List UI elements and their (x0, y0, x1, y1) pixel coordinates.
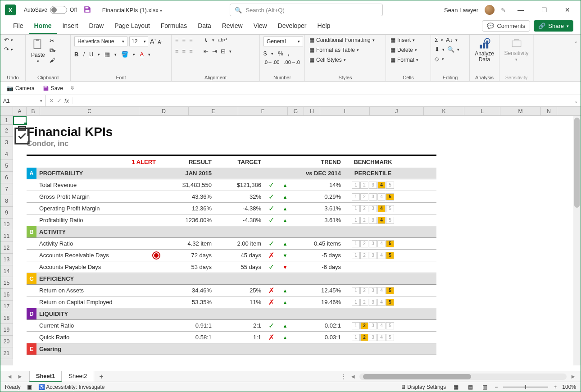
minimize-button[interactable]: — (512, 4, 529, 16)
page-break-view-icon[interactable]: ▥ (480, 383, 489, 391)
format-cells-button[interactable]: ▦ Format▾ (390, 56, 427, 64)
column-header-L[interactable]: L (464, 107, 500, 115)
format-painter-icon[interactable]: 🖌 (50, 57, 56, 64)
share-button[interactable]: 🔗 Share ▾ (534, 20, 573, 32)
wrap-text-icon[interactable]: ab↵ (218, 37, 227, 43)
font-size-select[interactable]: 12▾ (129, 36, 148, 46)
paste-button[interactable]: Paste▾ (29, 36, 47, 64)
align-center-icon[interactable]: ≡ (182, 48, 186, 55)
column-header-C[interactable]: C (40, 107, 139, 115)
tab-formulas[interactable]: Formulas (155, 19, 192, 34)
zoom-in-button[interactable]: + (554, 384, 557, 390)
sort-filter-icon[interactable]: A↓ (446, 36, 453, 43)
column-header-N[interactable]: N (541, 107, 557, 115)
row-header-9[interactable]: 9 (0, 207, 13, 219)
row-header-2[interactable]: 2 (0, 125, 13, 137)
tab-view[interactable]: View (248, 19, 272, 34)
align-bottom-icon[interactable]: ≡ (189, 36, 193, 43)
tab-developer[interactable]: Developer (272, 19, 312, 34)
camera-button[interactable]: 📷 Camera (6, 85, 36, 92)
maximize-button[interactable]: ☐ (536, 4, 553, 16)
accessibility-status[interactable]: ♿ Accessibility: Investigate (38, 384, 105, 390)
normal-view-icon[interactable]: ▦ (451, 383, 460, 391)
row-header-17[interactable]: 17 (0, 301, 13, 312)
align-right-icon[interactable]: ≡ (189, 48, 193, 55)
redo-icon[interactable]: ↷ (4, 46, 9, 53)
name-box[interactable]: A1▾ (0, 95, 45, 106)
row-header-13[interactable]: 13 (0, 254, 13, 265)
tab-file[interactable]: File (8, 19, 29, 34)
merge-center-icon[interactable]: ⊟ (221, 48, 226, 55)
save-icon[interactable] (83, 5, 92, 14)
clear-icon[interactable]: ◇ (435, 55, 439, 62)
collapse-ribbon-icon[interactable]: ⌄ (574, 38, 578, 44)
decrease-indent-icon[interactable]: ⇤ (204, 48, 209, 55)
align-middle-icon[interactable]: ≡ (182, 36, 186, 43)
vertical-scrollbar[interactable] (573, 116, 581, 365)
horizontal-scrollbar[interactable] (359, 374, 567, 380)
column-header-G[interactable]: G (288, 107, 304, 115)
number-format-select[interactable]: General▾ (263, 36, 303, 46)
comments-button[interactable]: 💬 Comments (482, 20, 530, 32)
qat-customize-icon[interactable]: ⤋ (70, 85, 74, 91)
tab-help[interactable]: Help (312, 19, 336, 34)
conditional-formatting-button[interactable]: ▦ Conditional Formatting▾ (309, 36, 382, 44)
row-header-4[interactable]: 4 (0, 148, 13, 160)
cut-icon[interactable]: ✂ (50, 37, 56, 44)
border-button[interactable]: ▦ (104, 51, 110, 58)
copy-icon[interactable]: ⧉▾ (50, 47, 56, 54)
row-header-20[interactable]: 20 (0, 336, 13, 347)
toggle-switch[interactable] (50, 6, 67, 14)
analyze-data-button[interactable]: Analyze Data (473, 36, 495, 64)
undo-icon[interactable]: ↶ (4, 36, 9, 43)
enter-formula-icon[interactable]: ✓ (57, 97, 62, 104)
sheet-prev-icon[interactable]: ◄ (7, 373, 13, 380)
save-button[interactable]: Save (42, 85, 64, 92)
increase-indent-icon[interactable]: ⇥ (212, 48, 217, 55)
add-sheet-button[interactable]: + (94, 373, 109, 381)
column-header-F[interactable]: F (238, 107, 288, 115)
tab-insert[interactable]: Insert (57, 19, 83, 34)
cell-grid[interactable]: Financial KPIs Condor, inc 1 ALERTRESULT… (13, 116, 573, 365)
fill-icon[interactable]: ⬇ (435, 46, 440, 53)
row-header-5[interactable]: 5 (0, 160, 13, 172)
tab-draw[interactable]: Draw (83, 19, 109, 34)
bold-button[interactable]: B (74, 51, 78, 58)
zoom-out-button[interactable]: − (495, 384, 498, 390)
cancel-formula-icon[interactable]: ✕ (49, 97, 54, 104)
tab-page-layout[interactable]: Page Layout (109, 19, 155, 34)
row-header-7[interactable]: 7 (0, 183, 13, 195)
active-cell[interactable] (13, 116, 27, 125)
user-name[interactable]: Sean Lawyer (444, 7, 478, 14)
tab-review[interactable]: Review (217, 19, 248, 34)
page-layout-view-icon[interactable]: ▤ (466, 383, 475, 391)
search-input[interactable]: 🔍 Search (Alt+Q) (230, 4, 383, 16)
row-header-14[interactable]: 14 (0, 265, 13, 277)
sheet-tab-sheet2[interactable]: Sheet2 (62, 371, 94, 382)
decrease-decimal-icon[interactable]: .00→.0 (284, 59, 300, 65)
macro-record-icon[interactable]: ▣ (27, 384, 32, 390)
user-avatar[interactable] (485, 5, 495, 15)
row-header-19[interactable]: 19 (0, 324, 13, 336)
row-header-1[interactable]: 1 (0, 116, 13, 125)
comma-icon[interactable]: , (288, 50, 290, 57)
underline-button[interactable]: U (89, 51, 93, 58)
increase-decimal-icon[interactable]: .0→.00 (263, 59, 279, 65)
row-header-12[interactable]: 12 (0, 242, 13, 254)
filename[interactable]: FinancialKPIs (1).xlsx ▾ (102, 7, 163, 14)
tab-data[interactable]: Data (192, 19, 217, 34)
align-left-icon[interactable]: ≡ (175, 48, 179, 55)
close-button[interactable]: ✕ (559, 4, 576, 16)
row-header-18[interactable]: 18 (0, 312, 13, 324)
display-settings-button[interactable]: 🖥 Display Settings (400, 384, 446, 390)
row-header-8[interactable]: 8 (0, 195, 13, 207)
insert-cells-button[interactable]: ▦ Insert▾ (390, 36, 427, 44)
orientation-icon[interactable]: ⤹ (204, 36, 209, 43)
sheet-next-icon[interactable]: ► (17, 373, 23, 380)
row-header-11[interactable]: 11 (0, 230, 13, 242)
increase-font-icon[interactable]: A↑ (150, 38, 156, 45)
hscroll-left-icon[interactable]: ◄ (350, 373, 356, 380)
delete-cells-button[interactable]: ▦ Delete▾ (390, 46, 427, 54)
format-as-table-button[interactable]: ▦ Format as Table▾ (309, 46, 382, 54)
row-header-3[interactable]: 3 (0, 137, 13, 148)
